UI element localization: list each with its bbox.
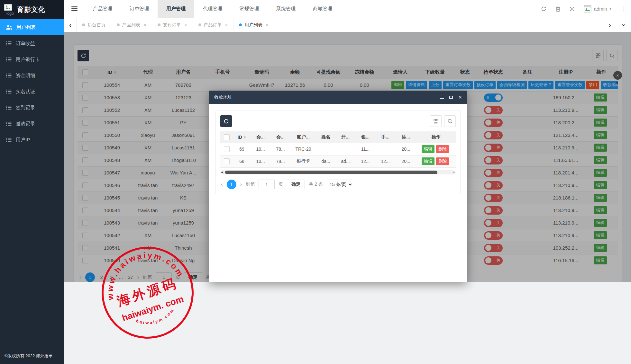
tab-close-icon[interactable]: × [225, 22, 228, 28]
collapse-sidebar-button[interactable] [64, 0, 84, 18]
tab-支付订单[interactable]: 支付订单× [152, 18, 193, 32]
topnav-item-系统管理[interactable]: 系统管理 [268, 0, 304, 18]
window-buttons: × [440, 95, 462, 100]
tabs-controls: › › [603, 18, 631, 32]
clear-cache-button[interactable] [555, 6, 561, 12]
modal-col-header-操作[interactable]: 操作 [416, 131, 456, 143]
next-page-button[interactable]: › [240, 181, 242, 188]
tab-close-icon[interactable]: × [266, 22, 269, 28]
modal-col-header-会...[interactable]: 会... [251, 131, 270, 143]
delete-button[interactable]: 删除 [436, 157, 449, 165]
sidebar-item-用户IP[interactable]: 用户IP [0, 132, 64, 148]
tab-close-icon[interactable]: × [184, 22, 187, 28]
sidebar-item-label: 资金明细 [16, 73, 35, 79]
modal-col-header-账户...[interactable]: 账户... [290, 131, 316, 143]
tab-产品列表[interactable]: 产品列表× [111, 18, 152, 32]
modal-refresh-button[interactable] [220, 115, 232, 127]
topnav-item-用户管理[interactable]: 用户管理 [158, 0, 194, 18]
total-count: 共 2 条 [309, 182, 323, 187]
maximize-button[interactable] [449, 95, 453, 100]
logo-area: logo 育影文化 [0, 0, 64, 19]
topnav-item-订单管理[interactable]: 订单管理 [121, 0, 158, 18]
cell-value: 10... [251, 143, 270, 155]
sidebar-item-签到记录[interactable]: 签到记录 [0, 100, 64, 116]
fullscreen-button[interactable] [570, 6, 575, 12]
tabs-menu-button[interactable]: › [617, 18, 631, 32]
scroll-left-icon[interactable]: ◀ [221, 170, 223, 174]
tabs-scroll-left[interactable]: ‹ [64, 18, 77, 32]
modal-col-header-银...[interactable]: 银... [355, 131, 375, 143]
tabs-bar: ‹ 后台首页产品列表×支付订单×产品订单×用户列表× › › [64, 18, 631, 32]
sidebar-item-label: 用户列表 [16, 24, 36, 31]
modal-search-button[interactable] [444, 115, 456, 127]
cell-id: 68 [233, 155, 251, 167]
tab-后台首页[interactable]: 后台首页 [77, 18, 111, 32]
watermark-domain-text: haiwaiym. com [121, 294, 185, 323]
goto-page-input[interactable] [259, 180, 275, 189]
modal-col-header-开...[interactable]: 开... [335, 131, 355, 143]
modal-card: ID▲▼会...会...账户...姓名开...银...手...添...操作 69… [215, 111, 461, 194]
tab-close-icon[interactable]: × [143, 22, 146, 28]
search-icon [447, 119, 453, 124]
row-checkbox[interactable] [224, 158, 230, 164]
page-button-1[interactable]: 1 [227, 180, 236, 189]
tab-dot-icon [117, 23, 120, 26]
sidebar-item-用户列表[interactable]: 用户列表 [0, 19, 64, 35]
cell-value: da... [316, 155, 335, 167]
modal-body: ID▲▼会...会...账户...姓名开...银...手...添...操作 69… [209, 104, 467, 200]
cell-value: 78... [270, 155, 290, 167]
modal-col-header-姓名[interactable]: 姓名 [316, 131, 335, 143]
tab-产品订单[interactable]: 产品订单× [193, 18, 234, 32]
delete-button[interactable]: 删除 [436, 145, 449, 153]
scroll-right-icon[interactable]: ▶ [453, 170, 455, 174]
horizontal-scrollbar[interactable]: ◀ ▶ [220, 170, 456, 174]
sidebar-item-用户银行卡[interactable]: 用户银行卡 [0, 51, 64, 67]
sidebar-item-订单收益[interactable]: 订单收益 [0, 35, 64, 51]
minimize-button[interactable] [440, 95, 444, 100]
admin-menu[interactable]: admin ▾ [584, 5, 611, 13]
tab-用户列表[interactable]: 用户列表× [233, 18, 274, 32]
sidebar-item-资金明细[interactable]: 资金明细 [0, 67, 64, 84]
sidebar: logo 育影文化 用户列表订单收益用户银行卡资金明细实名认证签到记录邀请记录用… [0, 0, 64, 364]
modal-pagination: ‹1›到第页确定共 2 条15 条/页 [220, 176, 456, 192]
sort-icon[interactable]: ▲▼ [244, 136, 246, 139]
watermark-arc-bottom-text: haiwaiym.com [134, 306, 178, 330]
modal-close-button[interactable]: × [458, 95, 462, 100]
cell-value [316, 143, 335, 155]
topnav-item-代理管理[interactable]: 代理管理 [194, 0, 231, 18]
maximize-icon [449, 96, 453, 99]
topnav-item-商城管理[interactable]: 商城管理 [304, 0, 341, 18]
cell-value: ad... [335, 155, 355, 167]
topbar-right: admin ▾ ⋮ [541, 0, 631, 18]
tabs-scroll-right[interactable]: › [603, 18, 617, 32]
edit-button[interactable]: 编辑 [422, 157, 434, 165]
modal-col-header-会...[interactable]: 会... [270, 131, 290, 143]
select-all-checkbox[interactable] [224, 134, 230, 140]
sidebar-item-邀请记录[interactable]: 邀请记录 [0, 116, 64, 132]
cell-id: 69 [233, 143, 251, 155]
avatar [584, 5, 591, 13]
page-label: 页 [279, 182, 283, 187]
modal-header[interactable]: 收款地址 × [209, 91, 467, 104]
edit-button[interactable]: 编辑 [422, 145, 434, 153]
modal-col-header-手...[interactable]: 手... [375, 131, 395, 143]
sidebar-item-实名认证[interactable]: 实名认证 [0, 84, 64, 100]
topnav-item-常规管理[interactable]: 常规管理 [231, 0, 268, 18]
modal-col-header-添...[interactable]: 添... [395, 131, 416, 143]
tab-label: 用户列表 [244, 22, 262, 28]
page-size-select[interactable]: 15 条/页 [327, 180, 353, 189]
goto-confirm-button[interactable]: 确定 [287, 180, 305, 189]
payment-address-modal: 收款地址 × ID▲▼会...会...账户...姓名开...银...手...添.… [209, 91, 467, 282]
refresh-button[interactable] [541, 6, 546, 12]
scrollbar-thumb[interactable] [225, 171, 437, 174]
tab-label: 后台首页 [87, 22, 105, 28]
modal-columns-filter-button[interactable] [430, 115, 442, 127]
modal-col-header-ID[interactable]: ID▲▼ [233, 131, 251, 143]
list-icon [6, 138, 12, 142]
topnav-item-产品管理[interactable]: 产品管理 [84, 0, 121, 18]
prev-page-button[interactable]: ‹ [221, 181, 223, 188]
cell-value: 12... [375, 155, 395, 167]
list-icon [6, 121, 12, 126]
more-menu-icon[interactable]: ⋮ [620, 5, 626, 12]
row-checkbox[interactable] [224, 146, 230, 152]
